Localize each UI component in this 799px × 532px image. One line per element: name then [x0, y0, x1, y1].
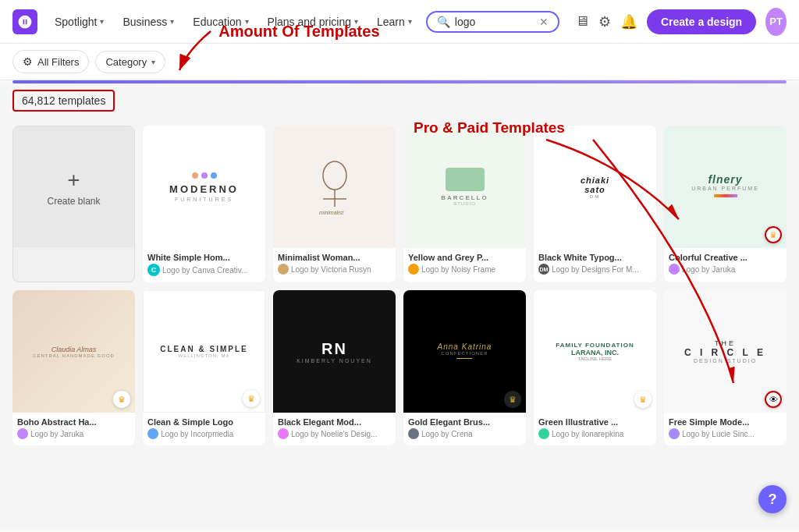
yellow-text: BARCELLO: [441, 194, 488, 201]
svg-point-3: [323, 161, 346, 190]
crown-icon: ♛: [769, 230, 777, 240]
gold-content: Anna Katrina CONFECTIONER: [438, 342, 492, 361]
clean-sub: WELLINGTON, MA: [160, 353, 247, 358]
template-name: Clean & Simple Logo: [147, 417, 261, 427]
toolbar: ⚙ All Filters Category ▾ Amount Of Templ…: [0, 44, 799, 80]
black-white-thumb: chiaki sato DM: [534, 126, 656, 248]
template-author: Logo by Noisy Frame: [408, 264, 521, 275]
crown-icon: ♛: [247, 394, 255, 404]
template-name: Minimalist Woman...: [278, 253, 391, 262]
nav-spotlight[interactable]: Spotlight ▾: [47, 11, 112, 33]
free-content: THE C I R C L E DESIGN STUDIO: [684, 339, 766, 364]
template-author: Logo by Noelie's Desig...: [278, 428, 391, 439]
template-name: Yellow and Grey P...: [408, 253, 521, 262]
yellow-subtext: STUDIO: [453, 201, 476, 206]
template-card-black-white[interactable]: chiaki sato DM Black White Typog... DM L…: [534, 126, 656, 282]
eye-icon: 👁: [769, 395, 778, 404]
chevron-down-icon: ▾: [170, 17, 174, 26]
navbar: Spotlight ▾ Business ▾ Education ▾ Plans…: [0, 0, 799, 44]
template-info: Colorful Creative ... Logo by Jaruka: [664, 248, 787, 281]
template-author: Logo by Jaruka: [669, 264, 782, 275]
template-card-boho[interactable]: Claudia Almas CENTRAL HANDMADE GOOD ♛ Bo…: [12, 290, 135, 445]
gold-name: Anna Katrina: [438, 342, 492, 351]
template-card-colorful[interactable]: flnery URBAN PERFUME ♛ Colorful Creative…: [664, 126, 787, 282]
search-input[interactable]: [455, 16, 536, 28]
template-info: Boho Abstract Ha... Logo by Jaruka: [12, 413, 135, 445]
colorful-text: flnery: [691, 173, 759, 186]
author-avatar: [669, 264, 680, 275]
boho-content: Claudia Almas CENTRAL HANDMADE GOOD: [28, 341, 119, 363]
category-button[interactable]: Category ▾: [95, 51, 165, 73]
yellow-content: BARCELLO STUDIO: [438, 160, 492, 215]
gold-thumb: Anna Katrina CONFECTIONER ♛: [403, 290, 526, 413]
template-card-black-elegant[interactable]: RN KIMBERLY NGUYEN Black Elegant Mod... …: [273, 290, 396, 445]
bell-icon[interactable]: 🔔: [620, 13, 637, 30]
author-avatar: [538, 428, 549, 439]
crown-badge: ♛: [113, 391, 130, 408]
template-author: Logo by Incorpmedia: [147, 428, 261, 439]
template-card-yellow[interactable]: BARCELLO STUDIO Yellow and Grey P... Log…: [403, 126, 526, 282]
author-avatar: C: [147, 264, 160, 276]
template-name: Gold Elegant Brus...: [408, 417, 521, 427]
create-blank-thumb: + Create blank: [13, 126, 134, 247]
free-the: THE: [684, 339, 766, 347]
template-author: DM Logo by Designs For M...: [538, 264, 652, 275]
black-elegant-thumb: RN KIMBERLY NGUYEN: [273, 290, 396, 413]
nav-learn[interactable]: Learn ▾: [369, 11, 420, 33]
template-info: Yellow and Grey P... Logo by Noisy Frame: [403, 248, 526, 281]
settings-icon[interactable]: ⚙: [598, 13, 611, 30]
author-avatar: [147, 428, 158, 439]
bw-name: chiaki: [581, 176, 609, 185]
moderno-dots: [192, 172, 217, 179]
create-design-button[interactable]: Create a design: [647, 9, 756, 34]
template-info: Minimalist Woman... Logo by Victoria Rus…: [273, 248, 396, 281]
author-avatar: [408, 264, 419, 275]
templates-grid-row1: + Create blank MODERNO FURNITURES White …: [12, 126, 787, 282]
moderno-title: MODERNO: [169, 183, 239, 195]
clear-search-icon[interactable]: ✕: [539, 16, 549, 28]
nav-plans[interactable]: Plans and pricing ▾: [260, 11, 366, 33]
all-filters-button[interactable]: ⚙ All Filters: [12, 50, 89, 73]
canva-logo[interactable]: [12, 9, 37, 34]
moderno-subtitle: FURNITURES: [175, 197, 233, 202]
nav-business[interactable]: Business ▾: [115, 11, 182, 33]
crown-icon: ♛: [639, 395, 647, 405]
boho-name: Claudia Almas: [33, 346, 115, 353]
minimalist-thumb: minimalist: [273, 126, 396, 248]
colorful-content: flnery URBAN PERFUME: [685, 167, 765, 207]
search-icon: 🔍: [437, 16, 450, 28]
author-avatar: DM: [538, 264, 549, 275]
template-author: Logo by Victoria Rusyn: [278, 264, 391, 275]
bw-name2: sato: [581, 185, 609, 194]
template-name: White Simple Hom...: [147, 253, 261, 262]
template-card-gold-elegant[interactable]: Anna Katrina CONFECTIONER ♛ Gold Elegant…: [403, 290, 526, 445]
template-card-moderno[interactable]: MODERNO FURNITURES White Simple Hom... C…: [143, 126, 265, 282]
template-card-clean[interactable]: CLEAN & SIMPLE WELLINGTON, MA ♛ Clean & …: [143, 290, 265, 445]
yellow-shape: [446, 168, 485, 191]
filter-icon: ⚙: [23, 55, 33, 68]
colorful-sub: URBAN PERFUME: [691, 186, 759, 191]
template-card-minimalist[interactable]: minimalist Minimalist Woman... Logo by V…: [273, 126, 396, 282]
chevron-down-icon: ▾: [245, 17, 249, 26]
black-initials: RN: [297, 340, 372, 358]
template-author: Logo by Crena: [408, 428, 521, 439]
create-blank-label: Create blank: [47, 196, 100, 207]
template-name: Boho Abstract Ha...: [17, 417, 130, 427]
author-avatar: [278, 264, 289, 275]
template-name: Black Elegant Mod...: [278, 417, 391, 427]
template-card-free-simple[interactable]: THE C I R C L E DESIGN STUDIO 👁 Free Sim…: [664, 290, 787, 445]
search-box[interactable]: 🔍 ✕: [426, 11, 559, 33]
main-content: Pro & Paid Templates + Create blank: [0, 118, 799, 530]
create-blank-card[interactable]: + Create blank: [12, 126, 135, 282]
monitor-icon[interactable]: 🖥: [575, 13, 589, 30]
template-name: Colorful Creative ...: [669, 253, 782, 262]
template-info: White Simple Hom... C Logo by Canva Crea…: [143, 248, 265, 282]
svg-text:minimalist: minimalist: [319, 210, 344, 215]
author-avatar: [278, 428, 289, 439]
nav-education[interactable]: Education ▾: [185, 11, 256, 33]
page-wrapper: Spotlight ▾ Business ▾ Education ▾ Plans…: [0, 0, 799, 532]
chevron-down-icon: ▾: [100, 17, 104, 26]
help-bubble[interactable]: ?: [758, 485, 787, 513]
template-card-green[interactable]: FAMILY FOUNDATION LARANA, INC. TAGLINE H…: [534, 290, 656, 445]
avatar[interactable]: PT: [765, 8, 787, 36]
